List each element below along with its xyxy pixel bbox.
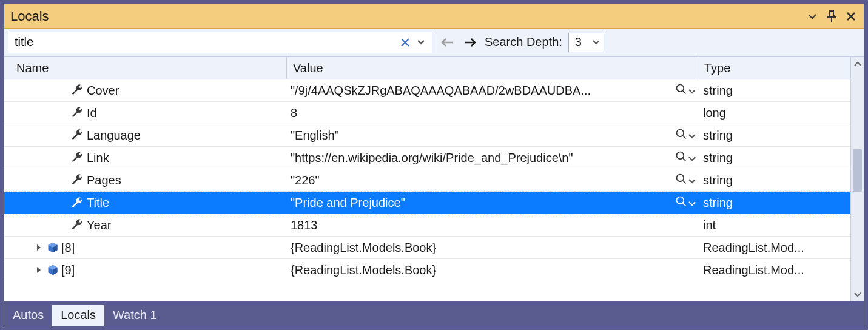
column-header-type[interactable]: Type — [698, 57, 850, 79]
search-depth-value: 3 — [575, 35, 582, 49]
wrench-icon — [69, 195, 84, 211]
titlebar: Locals — [4, 4, 864, 29]
wrench-icon — [69, 127, 84, 143]
variable-name: Link — [87, 151, 109, 165]
visualizer-button[interactable] — [675, 173, 687, 188]
variable-row[interactable]: [9]{ReadingList.Models.Book}ReadingList.… — [4, 259, 850, 281]
variable-type: string — [703, 129, 733, 143]
visualizer-button[interactable] — [675, 83, 687, 98]
variable-value[interactable]: {ReadingList.Models.Book} — [291, 241, 698, 255]
visualizer-dropdown[interactable] — [688, 173, 696, 187]
variable-name: Cover — [87, 84, 119, 98]
expander-icon[interactable] — [35, 244, 43, 251]
wrench-icon — [69, 105, 84, 121]
search-next-button[interactable] — [462, 34, 479, 51]
variable-name: Id — [87, 106, 97, 120]
wrench-icon — [69, 82, 84, 98]
variable-row[interactable]: Pages"226"string — [4, 169, 850, 192]
pin-button[interactable] — [824, 8, 839, 24]
scroll-thumb[interactable] — [853, 149, 862, 192]
svg-point-2 — [677, 152, 684, 159]
variable-row[interactable]: Title"Pride and Prejudice"string — [4, 192, 850, 214]
variable-value[interactable]: "226" — [291, 173, 675, 187]
column-header-value[interactable]: Value — [287, 57, 698, 79]
close-icon — [846, 12, 856, 21]
variable-type: string — [703, 173, 733, 187]
variable-type: ReadingList.Mod... — [703, 263, 804, 277]
scroll-down-button[interactable] — [854, 288, 861, 301]
variable-name: Pages — [87, 173, 121, 187]
bottom-tabs: AutosLocalsWatch 1 — [4, 301, 864, 326]
svg-point-0 — [677, 84, 684, 92]
variables-grid: Name Value Type Cover"/9j/4AAQSkZJRgABAQ… — [4, 56, 864, 301]
variable-row[interactable]: Cover"/9j/4AAQSkZJRgABAQAAAQABAAD/2wBDAA… — [4, 79, 850, 102]
visualizer-button[interactable] — [675, 195, 687, 210]
variable-value[interactable]: "English" — [291, 129, 675, 143]
locals-window: Locals Search Depth: 3 — [4, 4, 864, 326]
variable-row[interactable]: Id8long — [4, 102, 850, 124]
variable-value[interactable]: "/9j/4AAQSkZJRgABAQAAAQABAAD/2wBDAAUDBA.… — [291, 84, 675, 98]
variable-name: Year — [87, 218, 111, 232]
search-depth-label: Search Depth: — [485, 35, 562, 49]
variable-name: Title — [87, 196, 109, 210]
svg-point-1 — [677, 129, 684, 136]
clear-search-button[interactable] — [398, 35, 412, 50]
pin-icon — [827, 10, 836, 22]
search-dropdown-button[interactable] — [414, 35, 428, 50]
wrench-icon — [69, 150, 84, 166]
tab-locals[interactable]: Locals — [52, 305, 104, 326]
svg-point-3 — [677, 174, 684, 181]
search-prev-button[interactable] — [439, 34, 456, 51]
variable-value[interactable]: 1813 — [291, 218, 698, 232]
variable-type: int — [703, 218, 716, 232]
variable-row[interactable]: Link"https://en.wikipedia.org/wiki/Pride… — [4, 147, 850, 169]
svg-point-4 — [677, 197, 684, 204]
panel-title: Locals — [10, 8, 801, 24]
variable-row[interactable]: Year1813int — [4, 214, 850, 237]
variable-type: string — [703, 84, 733, 98]
visualizer-dropdown[interactable] — [688, 129, 696, 143]
arrow-right-icon — [463, 38, 477, 47]
expander-icon[interactable] — [35, 266, 43, 274]
grid-header-row: Name Value Type — [4, 57, 850, 79]
visualizer-button[interactable] — [675, 150, 687, 166]
close-icon — [400, 38, 410, 47]
variable-type: string — [703, 151, 733, 165]
scroll-up-button[interactable] — [854, 57, 861, 70]
visualizer-dropdown[interactable] — [688, 84, 696, 98]
variable-value[interactable]: 8 — [291, 106, 698, 120]
chevron-down-icon — [417, 39, 425, 45]
vertical-scrollbar[interactable] — [850, 57, 864, 301]
wrench-icon — [69, 172, 84, 188]
variable-type: long — [703, 106, 726, 120]
variable-value[interactable]: "https://en.wikipedia.org/wiki/Pride_and… — [291, 151, 675, 165]
arrow-left-icon — [440, 38, 454, 47]
tab-watch-1[interactable]: Watch 1 — [104, 305, 166, 326]
search-input[interactable] — [15, 35, 397, 49]
toolbar: Search Depth: 3 — [4, 29, 864, 56]
chevron-down-icon — [593, 39, 600, 45]
variable-name: Language — [87, 129, 141, 143]
visualizer-button[interactable] — [675, 128, 687, 143]
chevron-down-icon — [808, 13, 816, 19]
variable-value[interactable]: "Pride and Prejudice" — [291, 196, 675, 210]
variable-row[interactable]: Language"English"string — [4, 124, 850, 147]
object-icon — [47, 241, 59, 254]
close-button[interactable] — [843, 8, 859, 24]
search-depth-select[interactable]: 3 — [568, 33, 604, 52]
variable-name: [8] — [61, 241, 75, 255]
wrench-icon — [69, 217, 84, 233]
tab-autos[interactable]: Autos — [4, 305, 52, 326]
visualizer-dropdown[interactable] — [688, 196, 696, 210]
variable-value[interactable]: {ReadingList.Models.Book} — [291, 263, 698, 277]
variable-type: string — [703, 196, 733, 210]
visualizer-dropdown[interactable] — [688, 151, 696, 165]
column-header-name[interactable]: Name — [4, 57, 287, 79]
scroll-track[interactable] — [851, 70, 864, 288]
variable-row[interactable]: [8]{ReadingList.Models.Book}ReadingList.… — [4, 237, 850, 259]
window-menu-button[interactable] — [804, 8, 820, 24]
variable-type: ReadingList.Mod... — [703, 241, 804, 255]
variable-name: [9] — [61, 263, 75, 277]
object-icon — [47, 264, 59, 276]
search-box[interactable] — [8, 32, 432, 53]
